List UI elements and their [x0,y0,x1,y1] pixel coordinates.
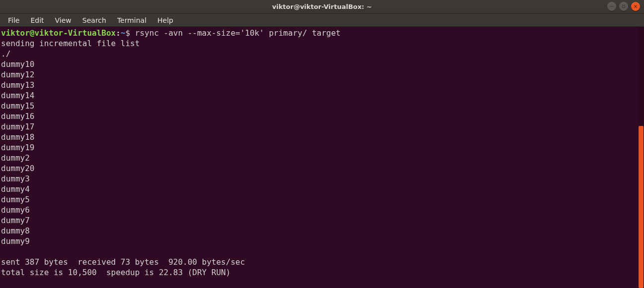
output-file: dummy9 [1,236,30,246]
output-file: dummy19 [1,143,34,152]
menu-view[interactable]: View [50,15,76,26]
menu-edit[interactable]: Edit [25,15,49,26]
output-file: dummy17 [1,122,34,131]
output-file: dummy13 [1,80,34,90]
output-file: dummy2 [1,153,30,163]
minimize-icon [610,4,614,8]
output-file: dummy15 [1,101,34,111]
minimize-button[interactable] [607,2,616,11]
close-icon [634,4,638,8]
prompt-symbol: $ [125,28,130,38]
output-file: dummy14 [1,91,34,100]
output-file: dummy20 [1,164,34,173]
close-button[interactable] [631,2,640,11]
prompt-user-host: viktor@viktor-VirtualBox [1,28,116,38]
output-file: dummy5 [1,195,30,204]
window-title: viktor@viktor-VirtualBox: ~ [272,3,372,10]
maximize-button[interactable] [619,2,628,11]
output-file: dummy12 [1,70,34,79]
output-summary-line-1: sent 387 bytes received 73 bytes 920.00 … [1,257,245,267]
menubar: File Edit View Search Terminal Help [0,14,644,27]
output-file: dummy8 [1,226,30,235]
menu-file[interactable]: File [3,15,24,26]
prompt-colon: : [116,28,121,38]
terminal-content: viktor@viktor-VirtualBox:~$ rsync -avn -… [1,28,642,278]
scrollbar-thumb[interactable] [639,126,644,288]
output-file: dummy18 [1,132,34,142]
output-file: dummy16 [1,112,34,121]
svg-rect-1 [623,5,625,8]
output-file: dummy7 [1,216,30,225]
output-file: dummy3 [1,174,30,183]
menu-help[interactable]: Help [152,15,178,26]
output-dotslash: ./ [1,49,10,58]
maximize-icon [622,4,626,8]
output-file: dummy6 [1,205,30,215]
window-controls [607,2,640,11]
window-titlebar: viktor@viktor-VirtualBox: ~ [0,0,644,14]
menu-terminal[interactable]: Terminal [112,15,151,26]
output-header: sending incremental file list [1,39,140,48]
terminal-viewport[interactable]: viktor@viktor-VirtualBox:~$ rsync -avn -… [0,27,644,288]
output-file: dummy10 [1,59,34,69]
menu-search[interactable]: Search [77,15,111,26]
output-summary-line-2: total size is 10,500 speedup is 22.83 (D… [1,268,230,277]
scrollbar-track[interactable] [638,27,644,288]
command-text: rsync -avn --max-size='10k' primary/ tar… [135,28,341,38]
output-file: dummy4 [1,184,30,194]
